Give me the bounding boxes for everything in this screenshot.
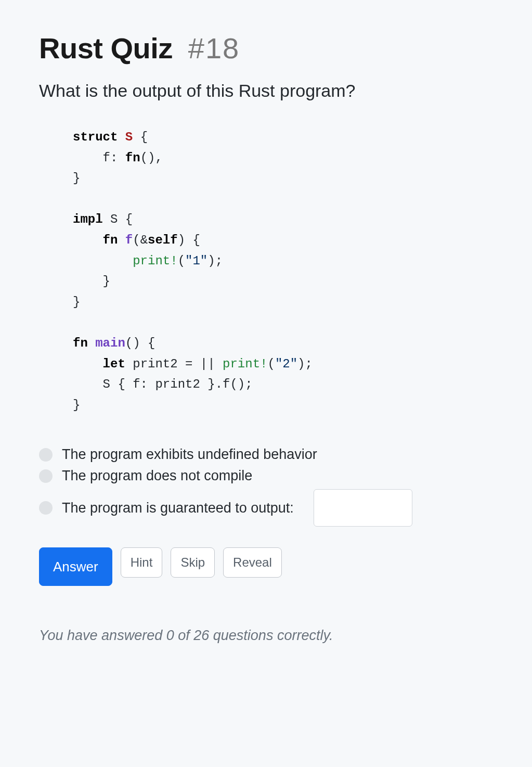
reveal-button[interactable]: Reveal: [223, 547, 282, 578]
quiz-number: #18: [188, 31, 240, 65]
page-title-row: Rust Quiz #18: [39, 31, 493, 65]
score-suffix: questions correctly.: [209, 628, 333, 643]
skip-button[interactable]: Skip: [171, 547, 215, 578]
score-text: You have answered 0 of 26 questions corr…: [39, 628, 493, 644]
answer-options: The program exhibits undefined behaviorT…: [39, 446, 493, 527]
option-label: The program exhibits undefined behavior: [62, 446, 317, 463]
output-input[interactable]: [314, 489, 412, 527]
option-label: The program is guaranteed to output:: [62, 500, 294, 516]
score-prefix: You have answered: [39, 628, 166, 643]
option-row[interactable]: The program is guaranteed to output:: [39, 489, 493, 527]
score-mid: of: [174, 628, 194, 643]
code-block: struct S { f: fn(), } impl S { fn f(&sel…: [73, 127, 472, 415]
option-row[interactable]: The program exhibits undefined behavior: [39, 446, 493, 463]
page-title: Rust Quiz: [39, 31, 173, 65]
question-text: What is the output of this Rust program?: [39, 81, 493, 101]
option-label: The program does not compile: [62, 468, 252, 484]
button-row: Answer Hint Skip Reveal: [39, 547, 493, 586]
answer-button[interactable]: Answer: [39, 547, 112, 586]
radio-icon[interactable]: [39, 469, 53, 483]
radio-icon[interactable]: [39, 448, 53, 462]
score-total: 26: [193, 628, 209, 643]
hint-button[interactable]: Hint: [121, 547, 163, 578]
radio-icon[interactable]: [39, 501, 53, 515]
score-correct: 0: [166, 628, 174, 643]
option-row[interactable]: The program does not compile: [39, 468, 493, 484]
